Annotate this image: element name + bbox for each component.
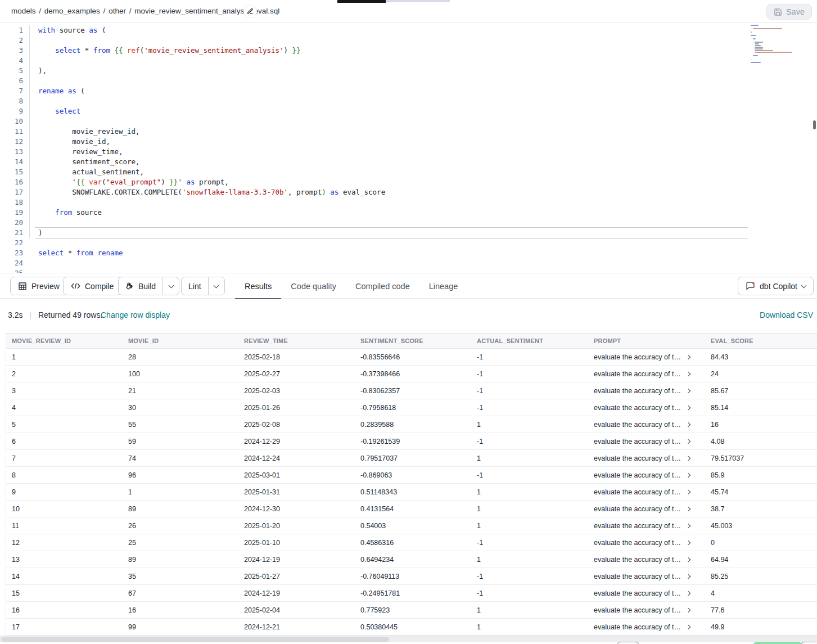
expand-cell-icon[interactable] bbox=[686, 591, 690, 595]
cell-prompt[interactable]: evaluate the accuracy of the res… bbox=[588, 585, 705, 601]
table-row[interactable]: 17992024-12-210.503804451evaluate the ac… bbox=[6, 619, 817, 636]
column-header-movie_id[interactable]: MOVIE_ID bbox=[123, 334, 238, 348]
table-row[interactable]: 10892024-12-300.41315641evaluate the acc… bbox=[6, 501, 817, 517]
expand-cell-icon[interactable] bbox=[686, 607, 690, 612]
cutoff-button[interactable] bbox=[800, 642, 817, 644]
build-dropdown-button[interactable] bbox=[163, 277, 179, 295]
expand-cell-icon[interactable] bbox=[686, 624, 690, 629]
code-line-20[interactable]: 20 bbox=[0, 218, 817, 228]
cell-prompt[interactable]: evaluate the accuracy of the res… bbox=[588, 349, 705, 365]
editor-scrollbar-thumb[interactable] bbox=[813, 120, 816, 129]
code-line-23[interactable]: 23select * from rename bbox=[0, 248, 817, 258]
table-row[interactable]: 6592024-12-29-0.19261539-1evaluate the a… bbox=[6, 433, 817, 450]
table-row[interactable]: 21002025-02-27-0.37398466-1evaluate the … bbox=[6, 366, 817, 382]
table-row[interactable]: 8962025-03-01-0.869063-1evaluate the acc… bbox=[6, 467, 817, 484]
code-line-14[interactable]: 14 sentiment_score, bbox=[0, 157, 817, 167]
cell-prompt[interactable]: evaluate the accuracy of the res… bbox=[588, 450, 705, 466]
dbt-copilot-button[interactable]: dbt Copilot bbox=[738, 277, 814, 295]
code-line-19[interactable]: 19 from source bbox=[0, 208, 817, 218]
code-line-24[interactable]: 24 bbox=[0, 258, 817, 268]
compile-button[interactable]: Compile bbox=[63, 277, 121, 295]
table-row[interactable]: 7742024-12-240.795170371evaluate the acc… bbox=[6, 450, 817, 467]
table-row[interactable]: 13892024-12-190.64942341evaluate the acc… bbox=[6, 551, 817, 568]
code-line-5[interactable]: 5), bbox=[0, 66, 817, 76]
table-row[interactable]: 12252025-01-100.4586316-1evaluate the ac… bbox=[6, 534, 817, 551]
code-line-13[interactable]: 13 review_time, bbox=[0, 147, 817, 157]
cell-prompt[interactable]: evaluate the accuracy of the res… bbox=[588, 568, 705, 584]
change-row-display-link[interactable]: Change row display bbox=[101, 310, 170, 319]
column-header-prompt[interactable]: PROMPT bbox=[588, 334, 705, 348]
column-header-sentiment_score[interactable]: SENTIMENT_SCORE bbox=[355, 334, 471, 348]
code-line-2[interactable]: 2 bbox=[0, 35, 817, 46]
expand-cell-icon[interactable] bbox=[686, 354, 690, 359]
cell-prompt[interactable]: evaluate the accuracy of the res… bbox=[588, 501, 705, 517]
expand-cell-icon[interactable] bbox=[686, 506, 690, 511]
column-header-eval_score[interactable]: EVAL_SCORE bbox=[705, 334, 817, 348]
tab-code-quality[interactable]: Code quality bbox=[281, 273, 346, 299]
cell-prompt[interactable]: evaluate the accuracy of the res… bbox=[588, 534, 705, 551]
code-line-12[interactable]: 12 movie_id, bbox=[0, 137, 817, 147]
cell-prompt[interactable]: evaluate the accuracy of the res… bbox=[588, 619, 705, 635]
download-csv-link[interactable]: Download CSV bbox=[760, 310, 813, 319]
column-header-movie_review_id[interactable]: MOVIE_REVIEW_ID bbox=[6, 334, 123, 348]
cell-prompt[interactable]: evaluate the accuracy of the res… bbox=[588, 602, 705, 618]
expand-cell-icon[interactable] bbox=[686, 540, 690, 544]
table-row[interactable]: 1282025-02-18-0.83556646-1evaluate the a… bbox=[6, 349, 817, 366]
code-line-16[interactable]: 16 '{{ var("eval_prompt") }}' as prompt, bbox=[0, 177, 817, 187]
code-line-7[interactable]: 7rename as ( bbox=[0, 86, 817, 96]
cell-prompt[interactable]: evaluate the accuracy of the res… bbox=[588, 399, 705, 416]
table-row[interactable]: 3212025-02-03-0.83062357-1evaluate the a… bbox=[6, 382, 817, 399]
expand-cell-icon[interactable] bbox=[686, 371, 690, 376]
table-row[interactable]: 15672024-12-19-0.24951781-1evaluate the … bbox=[6, 585, 817, 602]
code-line-22[interactable]: 22 bbox=[0, 238, 817, 248]
code-line-4[interactable]: 4 bbox=[0, 56, 817, 66]
cutoff-button[interactable] bbox=[616, 642, 640, 644]
preview-button[interactable]: Preview bbox=[10, 277, 67, 295]
cell-prompt[interactable]: evaluate the accuracy of the res… bbox=[588, 517, 705, 534]
breadcrumb-item[interactable]: other bbox=[109, 7, 126, 15]
table-row[interactable]: 5552025-02-080.28395881evaluate the accu… bbox=[6, 416, 817, 433]
breadcrumb-item[interactable]: demo_examples bbox=[44, 7, 100, 15]
cell-prompt[interactable]: evaluate the accuracy of the res… bbox=[588, 467, 705, 483]
horizontal-scrollbar[interactable] bbox=[0, 636, 817, 642]
build-button[interactable]: Build bbox=[119, 277, 163, 295]
cell-prompt[interactable]: evaluate the accuracy of the res… bbox=[588, 484, 705, 500]
table-row[interactable]: 14352025-01-27-0.76049113-1evaluate the … bbox=[6, 568, 817, 585]
expand-cell-icon[interactable] bbox=[686, 557, 690, 561]
cell-prompt[interactable]: evaluate the accuracy of the res… bbox=[588, 416, 705, 433]
lint-dropdown-button[interactable] bbox=[208, 277, 224, 295]
code-line-25[interactable]: 25 bbox=[0, 268, 817, 273]
code-line-10[interactable]: 10 bbox=[0, 116, 817, 127]
expand-cell-icon[interactable] bbox=[686, 422, 690, 426]
tab-results[interactable]: Results bbox=[235, 273, 281, 299]
breadcrumb-item[interactable]: models bbox=[11, 7, 36, 15]
edit-file-icon[interactable] bbox=[243, 4, 257, 18]
code-editor[interactable]: 1with source as (23 select * from {{ ref… bbox=[0, 23, 817, 273]
cell-prompt[interactable]: evaluate the accuracy of the res… bbox=[588, 382, 705, 399]
breadcrumb-item[interactable]: movie_review_sentiment_analysis_eval.sql bbox=[134, 7, 279, 15]
cell-prompt[interactable]: evaluate the accuracy of the res… bbox=[588, 366, 705, 382]
code-line-1[interactable]: 1with source as ( bbox=[0, 25, 817, 35]
table-row[interactable]: 11262025-01-200.540031evaluate the accur… bbox=[6, 517, 817, 534]
code-line-6[interactable]: 6 bbox=[0, 76, 817, 86]
expand-cell-icon[interactable] bbox=[686, 574, 690, 578]
tab-compiled-code[interactable]: Compiled code bbox=[346, 273, 419, 299]
code-line-15[interactable]: 15 actual_sentiment, bbox=[0, 167, 817, 177]
expand-cell-icon[interactable] bbox=[686, 405, 690, 409]
cutoff-green-pill[interactable] bbox=[752, 642, 804, 644]
code-line-18[interactable]: 18 bbox=[0, 197, 817, 208]
column-header-actual_sentiment[interactable]: ACTUAL_SENTIMENT bbox=[471, 334, 588, 348]
code-line-8[interactable]: 8 bbox=[0, 96, 817, 106]
horizontal-scrollbar-thumb[interactable] bbox=[1, 637, 389, 642]
code-line-11[interactable]: 11 movie_review_id, bbox=[0, 127, 817, 137]
lint-button[interactable]: Lint bbox=[182, 277, 208, 295]
expand-cell-icon[interactable] bbox=[686, 472, 690, 477]
code-line-9[interactable]: 9 select bbox=[0, 106, 817, 116]
cell-prompt[interactable]: evaluate the accuracy of the res… bbox=[588, 551, 705, 568]
expand-cell-icon[interactable] bbox=[686, 489, 690, 494]
minimap[interactable] bbox=[751, 25, 811, 53]
expand-cell-icon[interactable] bbox=[686, 523, 690, 528]
table-row[interactable]: 4302025-01-26-0.7958618-1evaluate the ac… bbox=[6, 399, 817, 416]
code-line-17[interactable]: 17 SNOWFLAKE.CORTEX.COMPLETE('snowflake-… bbox=[0, 187, 817, 197]
code-line-3[interactable]: 3 select * from {{ ref('movie_review_sen… bbox=[0, 46, 817, 56]
